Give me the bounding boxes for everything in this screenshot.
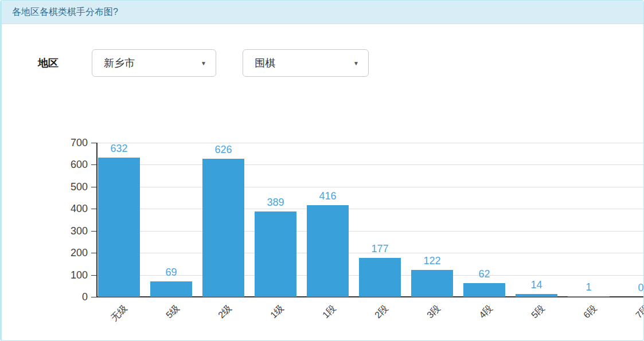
y-axis-label: 300 — [51, 225, 88, 237]
x-axis-label: 3段 — [424, 303, 443, 321]
panel-header: 各地区各棋类棋手分布图? — [2, 1, 643, 24]
bar[interactable] — [150, 281, 192, 297]
y-axis-label: 400 — [51, 203, 88, 215]
x-axis-label: 7段 — [633, 303, 644, 321]
gridline — [97, 209, 644, 209]
bar[interactable] — [516, 294, 557, 297]
bar-chart: 0100200300400500600700632无级695级6262级3891… — [2, 138, 644, 336]
bar-value-label: 69 — [150, 266, 192, 278]
plot-area: 0100200300400500600700632无级695级6262级3891… — [96, 143, 644, 297]
y-axis-label: 100 — [51, 269, 88, 281]
gridline — [97, 143, 644, 143]
bar[interactable] — [568, 296, 610, 297]
gridline — [97, 187, 644, 187]
region-label: 地区 — [38, 56, 58, 70]
y-axis-tick — [91, 209, 96, 209]
y-axis-tick — [91, 297, 96, 297]
bar-value-label: 14 — [516, 279, 557, 291]
region-select[interactable]: 新乡市 ▼ — [92, 49, 216, 77]
filters-row: 地区 新乡市 ▼ 围棋 ▼ — [2, 24, 643, 81]
y-axis-label: 500 — [51, 181, 88, 193]
bar-value-label: 416 — [307, 190, 349, 202]
bar-value-label: 632 — [98, 143, 140, 154]
bar-value-label: 0 — [620, 282, 644, 293]
gridline — [97, 164, 644, 165]
x-axis-label: 1级 — [268, 303, 286, 321]
y-axis-tick — [91, 143, 96, 143]
bar[interactable] — [98, 158, 140, 297]
bar[interactable] — [202, 159, 244, 297]
y-axis-label: 700 — [51, 138, 88, 149]
game-type-select[interactable]: 围棋 ▼ — [243, 49, 369, 77]
x-axis-label: 无级 — [108, 303, 130, 324]
region-select-value: 新乡市 — [92, 56, 135, 70]
x-axis-label: 5级 — [163, 303, 182, 321]
bar-value-label: 389 — [255, 197, 296, 208]
y-axis-tick — [91, 231, 96, 232]
bar[interactable] — [255, 211, 296, 297]
x-axis-label: 4段 — [477, 303, 495, 321]
y-axis-label: 0 — [51, 291, 88, 303]
y-axis-tick — [91, 275, 96, 276]
y-axis-tick — [91, 187, 96, 187]
bar[interactable] — [463, 283, 505, 297]
y-axis-tick — [91, 164, 96, 165]
bar-value-label: 62 — [463, 268, 505, 280]
x-axis-label: 1段 — [320, 303, 338, 321]
bar[interactable] — [411, 270, 453, 297]
bar-value-label: 626 — [202, 144, 244, 155]
y-axis-tick — [91, 253, 96, 253]
chevron-down-icon: ▼ — [201, 60, 206, 66]
bar-value-label: 1 — [568, 281, 610, 293]
x-axis-label: 5段 — [529, 303, 547, 321]
gridline — [97, 231, 644, 232]
bar[interactable] — [307, 205, 349, 297]
x-axis-label: 6段 — [581, 303, 599, 321]
game-select-value: 围棋 — [243, 56, 275, 70]
y-axis-label: 200 — [51, 247, 88, 259]
bar[interactable] — [359, 258, 401, 297]
panel: 各地区各棋类棋手分布图? 地区 新乡市 ▼ 围棋 ▼ 0100200300400… — [0, 0, 644, 341]
bar-value-label: 177 — [359, 243, 401, 254]
page-title: 各地区各棋类棋手分布图? — [12, 6, 118, 18]
x-axis-label: 2段 — [372, 303, 391, 321]
x-axis-label: 2级 — [216, 303, 234, 321]
chevron-down-icon: ▼ — [353, 60, 359, 66]
y-axis-label: 600 — [51, 159, 88, 171]
bar-value-label: 122 — [411, 255, 453, 266]
